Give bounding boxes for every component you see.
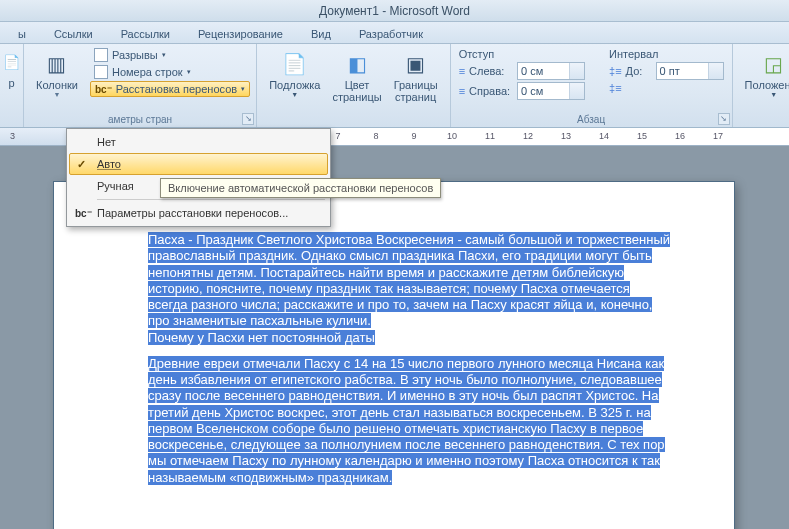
watermark-icon: 📄 <box>280 49 310 79</box>
ruler-mark: 11 <box>484 131 496 141</box>
tab-developer[interactable]: Разработчик <box>345 25 437 43</box>
hyphenation-none[interactable]: Нет <box>69 131 328 153</box>
ruler-mark: 9 <box>408 131 420 141</box>
indent-right-value: 0 см <box>521 85 543 97</box>
hyphenation-auto-label: Авто <box>97 158 121 170</box>
page[interactable]: Пасха - Праздник Светлого Христова Воскр… <box>54 182 734 529</box>
dropdown-separator <box>97 199 325 200</box>
orientation-icon: 📄 <box>0 47 27 77</box>
page-bg-group-label <box>263 124 443 125</box>
chevron-down-icon: ▾ <box>187 68 191 76</box>
tab-view[interactable]: Вид <box>297 25 345 43</box>
hyphenation-icon: bc⁻ <box>95 84 112 95</box>
page-color-button[interactable]: ◧ Цвет страницы <box>326 47 387 105</box>
columns-button[interactable]: ▥ Колонки ▼ <box>30 47 84 100</box>
spacing-before-label: До: <box>626 65 652 77</box>
ruler-mark: 12 <box>522 131 534 141</box>
watermark-button[interactable]: 📄 Подложка ▼ <box>263 47 326 100</box>
hyphenation-label: Расстановка переносов <box>116 83 237 95</box>
position-icon: ◲ <box>759 49 789 79</box>
window-title: Документ1 - Microsoft Word <box>319 4 470 18</box>
ruler-mark: 14 <box>598 131 610 141</box>
ruler-mark: 8 <box>370 131 382 141</box>
hyphenation-button[interactable]: bc⁻ Расстановка переносов ▾ <box>90 81 250 97</box>
ribbon-tabs: ы Ссылки Рассылки Рецензирование Вид Раз… <box>0 22 789 44</box>
doc-paragraph-2[interactable]: Древние евреи отмечали Пасху с 14 на 15 … <box>148 356 665 485</box>
ruler-mark: 10 <box>446 131 458 141</box>
breaks-icon <box>94 48 108 62</box>
ruler-mark: 16 <box>674 131 686 141</box>
hyphenation-options[interactable]: bc⁻ Параметры расстановки переносов... <box>69 202 328 224</box>
doc-paragraph-1b[interactable]: Почему у Пасхи нет постоянной даты <box>148 330 375 345</box>
ruler-mark: 7 <box>332 131 344 141</box>
page-setup-dialog-launcher[interactable]: ↘ <box>242 113 254 125</box>
tab-partial[interactable]: ы <box>4 25 40 43</box>
page-setup-group-label: аметры стран <box>30 113 250 125</box>
orientation-label: р <box>8 77 14 89</box>
indent-left-value: 0 см <box>521 65 543 77</box>
columns-icon: ▥ <box>42 49 72 79</box>
spacing-before-value: 0 пт <box>660 65 680 77</box>
page-borders-label: Границы страниц <box>394 79 438 103</box>
indent-right-input[interactable]: 0 см <box>517 82 585 100</box>
titlebar: Документ1 - Microsoft Word <box>0 0 789 22</box>
indent-right-icon: ≡ <box>459 85 465 97</box>
spacing-after-icon: ‡≡ <box>609 82 622 94</box>
page-borders-icon: ▣ <box>401 49 431 79</box>
indent-title: Отступ <box>457 47 587 61</box>
hyphenation-none-label: Нет <box>97 136 116 148</box>
ruler-left-num: 3 <box>10 131 15 141</box>
spacing-title: Интервал <box>607 47 726 61</box>
position-button[interactable]: ◲ Положение ▼ <box>739 47 789 100</box>
hyphenation-manual-label: Ручная <box>97 180 134 192</box>
chevron-down-icon: ▼ <box>291 91 298 98</box>
line-numbers-button[interactable]: Номера строк ▾ <box>90 64 250 80</box>
doc-paragraph-1[interactable]: Пасха - Праздник Светлого Христова Воскр… <box>148 232 670 328</box>
hyphenation-options-icon: bc⁻ <box>75 208 92 219</box>
paragraph-group-label: Абзац <box>457 113 726 125</box>
chevron-down-icon: ▾ <box>162 51 166 59</box>
ruler-mark: 15 <box>636 131 648 141</box>
hyphenation-auto[interactable]: Авто <box>69 153 328 175</box>
line-numbers-label: Номера строк <box>112 66 183 78</box>
position-label: Положение <box>745 79 789 91</box>
line-numbers-icon <box>94 65 108 79</box>
chevron-down-icon: ▼ <box>54 91 61 98</box>
paragraph-dialog-launcher[interactable]: ↘ <box>718 113 730 125</box>
indent-left-icon: ≡ <box>459 65 465 77</box>
columns-label: Колонки <box>36 79 78 91</box>
indent-left-input[interactable]: 0 см <box>517 62 585 80</box>
ribbon: 📄 р ▥ Колонки ▼ Разрывы ▾ Номера строк <box>0 44 789 128</box>
breaks-label: Разрывы <box>112 49 158 61</box>
ruler-mark: 17 <box>712 131 724 141</box>
page-borders-button[interactable]: ▣ Границы страниц <box>388 47 444 105</box>
breaks-button[interactable]: Разрывы ▾ <box>90 47 250 63</box>
indent-right-label: Справа: <box>469 85 513 97</box>
tab-review[interactable]: Рецензирование <box>184 25 297 43</box>
tab-references[interactable]: Ссылки <box>40 25 107 43</box>
watermark-label: Подложка <box>269 79 320 91</box>
ruler-mark: 13 <box>560 131 572 141</box>
hyphenation-options-label: Параметры расстановки переносов... <box>97 207 288 219</box>
spacing-before-input[interactable]: 0 пт <box>656 62 724 80</box>
chevron-down-icon: ▾ <box>241 85 245 93</box>
page-color-label: Цвет страницы <box>332 79 381 103</box>
tab-mailings[interactable]: Рассылки <box>107 25 184 43</box>
tooltip-text: Включение автоматической расстановки пер… <box>168 182 433 194</box>
orientation-button[interactable]: 📄 р <box>0 47 27 89</box>
tooltip: Включение автоматической расстановки пер… <box>160 178 441 198</box>
chevron-down-icon: ▼ <box>770 91 777 98</box>
indent-left-label: Слева: <box>469 65 513 77</box>
page-color-icon: ◧ <box>342 49 372 79</box>
document-body[interactable]: Пасха - Праздник Светлого Христова Воскр… <box>148 232 670 486</box>
spacing-before-icon: ‡≡ <box>609 65 622 77</box>
